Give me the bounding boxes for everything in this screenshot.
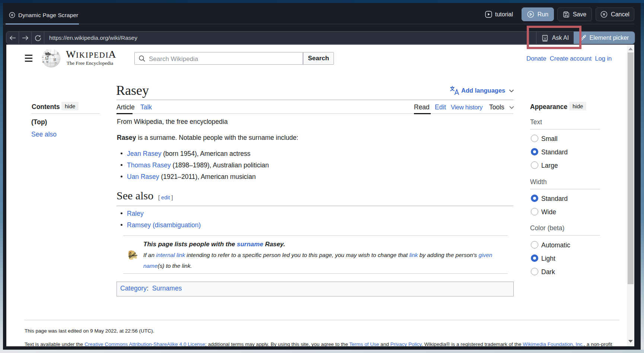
svg-text:W: W bbox=[51, 53, 55, 57]
svg-text:W: W bbox=[46, 60, 49, 64]
svg-text:Ω: Ω bbox=[45, 55, 49, 61]
svg-text:ക: ക bbox=[42, 61, 44, 63]
svg-text:ω: ω bbox=[42, 55, 44, 58]
svg-text:7: 7 bbox=[55, 62, 57, 65]
svg-text:И: И bbox=[54, 58, 56, 62]
svg-text:ج: ج bbox=[57, 51, 59, 54]
